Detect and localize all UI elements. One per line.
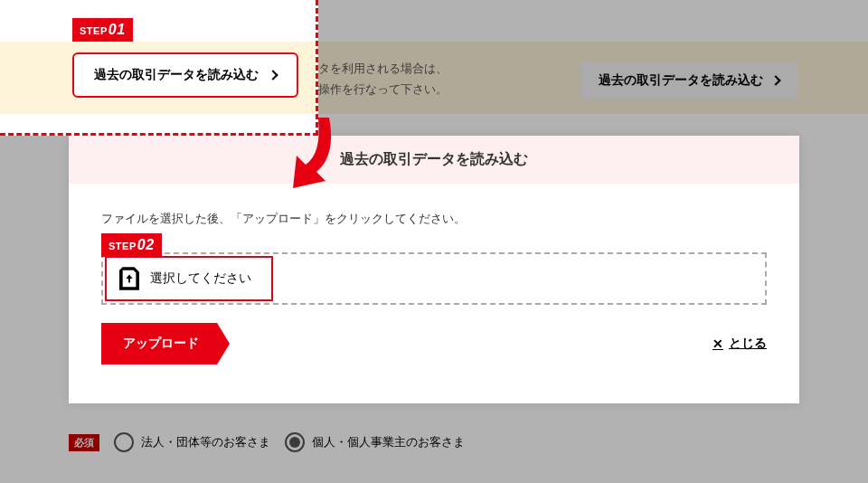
close-icon: ✕ xyxy=(712,336,723,351)
modal-footer: アップロード ✕ とじる xyxy=(69,323,799,365)
upload-modal: 過去の取引データを読み込む ファイルを選択した後、「アップロード」をクリックして… xyxy=(69,136,799,403)
button-label: アップロード xyxy=(123,336,199,352)
file-placeholder-text: 選択してください xyxy=(150,270,251,287)
button-label: 過去の取引データを読み込む xyxy=(94,67,259,83)
chevron-right-icon xyxy=(268,70,278,80)
step1-badge: STEP01 xyxy=(72,18,133,42)
step2-badge: STEP02 xyxy=(101,233,162,257)
modal-title: 過去の取引データを読み込む xyxy=(69,136,799,184)
file-upload-icon xyxy=(119,267,139,290)
upload-button[interactable]: アップロード xyxy=(101,323,230,365)
file-dropzone[interactable]: 選択してください xyxy=(101,252,767,305)
close-label: とじる xyxy=(729,336,767,352)
close-link[interactable]: ✕ とじる xyxy=(712,336,767,352)
file-select-button[interactable]: 選択してください xyxy=(105,256,273,301)
arrow-icon xyxy=(286,118,340,190)
modal-body: ファイルを選択した後、「アップロード」をクリックしてください。 選択してください xyxy=(69,184,799,323)
load-past-data-button[interactable]: 過去の取引データを読み込む xyxy=(72,52,298,98)
modal-instruction: ファイルを選択した後、「アップロード」をクリックしてください。 xyxy=(101,211,767,227)
